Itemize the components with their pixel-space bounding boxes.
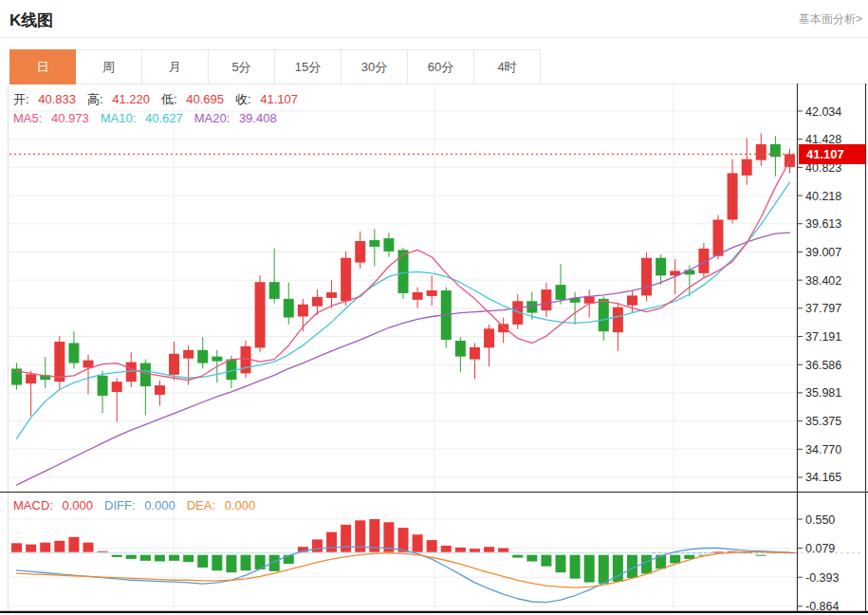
page-title: K线图 bbox=[9, 9, 53, 31]
svg-text:36.586: 36.586 bbox=[805, 359, 841, 372]
svg-text:40.218: 40.218 bbox=[805, 190, 841, 203]
tab-5分[interactable]: 5分 bbox=[209, 49, 275, 84]
svg-text:0.079: 0.079 bbox=[805, 542, 835, 555]
chart-area[interactable]: 42.03441.42840.82340.21839.61339.00738.4… bbox=[0, 84, 868, 613]
tab-15分[interactable]: 15分 bbox=[275, 49, 342, 84]
timeframe-tabs: 日周月5分15分30分60分4时 bbox=[9, 49, 541, 84]
svg-text:37.797: 37.797 bbox=[805, 302, 841, 315]
tabbar-trailing-border bbox=[541, 49, 868, 84]
svg-text:0.550: 0.550 bbox=[805, 513, 835, 527]
svg-text:-0.393: -0.393 bbox=[805, 571, 839, 585]
svg-text:37.191: 37.191 bbox=[805, 330, 841, 344]
tab-30分[interactable]: 30分 bbox=[342, 49, 408, 84]
page-header: K线图 基本面分析> bbox=[0, 0, 868, 38]
tab-月[interactable]: 月 bbox=[142, 49, 209, 84]
svg-text:34.770: 34.770 bbox=[805, 443, 841, 457]
svg-text:39.007: 39.007 bbox=[805, 246, 841, 259]
fundamental-analysis-link[interactable]: 基本面分析> bbox=[799, 11, 862, 28]
svg-text:-0.864: -0.864 bbox=[805, 600, 839, 613]
svg-text:42.034: 42.034 bbox=[805, 105, 841, 119]
tab-4时[interactable]: 4时 bbox=[474, 49, 541, 84]
svg-text:34.165: 34.165 bbox=[805, 471, 841, 484]
svg-text:39.613: 39.613 bbox=[805, 217, 841, 231]
svg-text:35.375: 35.375 bbox=[805, 415, 841, 428]
tab-60分[interactable]: 60分 bbox=[408, 49, 474, 84]
candlestick-chart-canvas[interactable]: 42.03441.42840.82340.21839.61339.00738.4… bbox=[0, 84, 868, 613]
kline-page: K线图 基本面分析> 日周月5分15分30分60分4时 42.03441.428… bbox=[0, 0, 868, 615]
svg-text:38.402: 38.402 bbox=[805, 274, 841, 288]
tab-周[interactable]: 周 bbox=[76, 49, 142, 84]
current-price-badge: 41.107 bbox=[806, 147, 844, 161]
tab-日[interactable]: 日 bbox=[9, 49, 76, 84]
svg-text:35.981: 35.981 bbox=[805, 386, 841, 400]
